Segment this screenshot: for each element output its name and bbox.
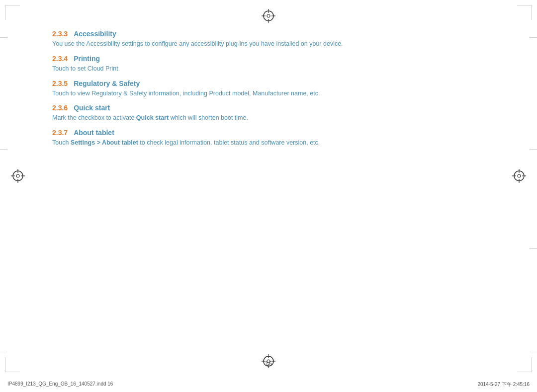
corner-mark-tl [5,5,20,20]
section-body-2-3-3: You use the Accessibility settings to co… [52,39,485,49]
section-title-2-3-6: Quick start [74,104,110,112]
crosshair-right [512,169,526,184]
section-number-2-3-6: 2.3.6 [52,104,68,112]
tick-right-bot [530,352,537,352]
section-title-2-3-7: About tablet [74,129,114,137]
section-title-2-3-4: Printing [74,55,100,63]
footer-left: IP4899_I213_QG_Eng_GB_16_140527.indd 16 [7,381,113,388]
crosshair-left [11,169,25,184]
section-body-2-3-4: Touch to set Cloud Print. [52,64,485,74]
main-content: 2.3.3 Accessibility You use the Accessib… [52,30,485,154]
section-body-2-3-5: Touch to view Regulatory & Safety inform… [52,89,485,98]
crosshair-top [262,9,275,24]
section-title-2-3-3: Accessibility [74,30,116,38]
section-2-3-4: 2.3.4 Printing Touch to set Cloud Print. [52,55,485,74]
tick-right-lower [530,248,537,249]
page-number: 16 [265,360,271,367]
tick-right-top [530,37,537,38]
svg-point-19 [518,174,521,177]
section-2-3-7: 2.3.7 About tablet Touch Settings > Abou… [52,129,485,148]
svg-point-1 [267,14,270,17]
section-body-2-3-7: Touch Settings > About tablet to check l… [52,138,485,148]
section-number-2-3-3: 2.3.3 [52,30,68,38]
corner-mark-br [517,357,532,372]
svg-point-13 [16,174,19,177]
footer-right: 2014-5-27 下午 2:45:16 [477,381,530,388]
section-body-2-3-7-part2: to check legal information, tablet statu… [138,139,320,146]
section-body-2-3-6-bold: Quick start [136,114,169,121]
footer: IP4899_I213_QG_Eng_GB_16_140527.indd 16 … [7,381,530,388]
section-body-2-3-6-part1: Mark the checkbox to activate [52,114,136,121]
section-number-2-3-5: 2.3.5 [52,79,68,87]
corner-mark-tr [517,5,532,20]
section-body-2-3-6: Mark the checkbox to activate Quick star… [52,113,485,123]
corner-mark-bl [5,357,20,372]
tick-left-mid [0,149,7,150]
tick-right-mid [530,149,537,150]
tick-left-top [0,37,7,38]
section-2-3-5: 2.3.5 Regulatory & Safety Touch to view … [52,79,485,98]
section-title-2-3-5: Regulatory & Safety [74,79,140,87]
tick-left-bot [0,352,7,352]
section-body-2-3-7-part1: Touch [52,139,71,146]
section-2-3-3: 2.3.3 Accessibility You use the Accessib… [52,30,485,49]
section-body-2-3-6-part2: which will shorten boot time. [169,114,248,121]
section-body-2-3-7-bold: Settings > About tablet [71,139,138,146]
section-number-2-3-7: 2.3.7 [52,129,68,137]
section-number-2-3-4: 2.3.4 [52,55,68,63]
section-2-3-6: 2.3.6 Quick start Mark the checkbox to a… [52,104,485,123]
